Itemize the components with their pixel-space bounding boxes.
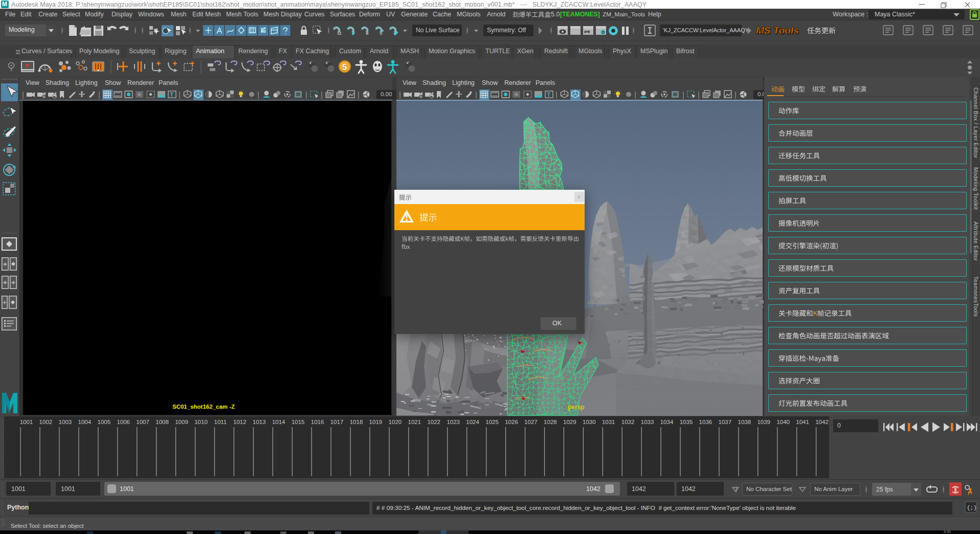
svg-text:{;}: {;} — [967, 505, 977, 511]
svg-text:1005: 1005 — [98, 419, 111, 425]
svg-text:1003: 1003 — [59, 419, 72, 425]
svg-text:T: T — [170, 92, 174, 98]
svg-text:1021: 1021 — [408, 419, 421, 425]
svg-text:IPR: IPR — [584, 30, 590, 34]
svg-text:1042: 1042 — [815, 419, 829, 425]
svg-text:1014: 1014 — [272, 419, 285, 425]
svg-text:1019: 1019 — [369, 419, 383, 425]
svg-text:1031: 1031 — [602, 419, 615, 425]
svg-text:1018: 1018 — [350, 419, 363, 425]
svg-text:1027: 1027 — [524, 419, 538, 425]
svg-text:1032: 1032 — [621, 419, 635, 425]
svg-text:1008: 1008 — [155, 419, 169, 425]
svg-text:1033: 1033 — [641, 419, 654, 425]
svg-text:1004: 1004 — [78, 419, 92, 425]
svg-text:1011: 1011 — [214, 419, 227, 425]
svg-text:1001: 1001 — [20, 419, 33, 425]
svg-text:1038: 1038 — [738, 419, 751, 425]
svg-text:1007: 1007 — [136, 419, 149, 425]
svg-text:1039: 1039 — [757, 419, 770, 425]
svg-text:1040: 1040 — [776, 419, 790, 425]
svg-text:1013: 1013 — [253, 419, 266, 425]
svg-text:1009: 1009 — [175, 419, 188, 425]
svg-text:1028: 1028 — [544, 419, 557, 425]
svg-text:1015: 1015 — [292, 419, 305, 425]
svg-text:1017: 1017 — [330, 419, 344, 425]
svg-text:1041: 1041 — [796, 419, 809, 425]
svg-text:5: 5 — [342, 63, 347, 72]
svg-text:1024: 1024 — [466, 419, 479, 425]
svg-text:1030: 1030 — [583, 419, 596, 425]
svg-text:1010: 1010 — [194, 419, 208, 425]
svg-text:1012: 1012 — [233, 419, 247, 425]
svg-text:1029: 1029 — [563, 419, 576, 425]
svg-text:1016: 1016 — [311, 419, 324, 425]
svg-text:1020: 1020 — [389, 419, 402, 425]
svg-text:1037: 1037 — [719, 419, 732, 425]
svg-text:1036: 1036 — [699, 419, 712, 425]
svg-text:T: T — [547, 92, 551, 98]
svg-text:1025: 1025 — [485, 419, 499, 425]
svg-text:1023: 1023 — [447, 419, 460, 425]
svg-text:1022: 1022 — [427, 419, 440, 425]
svg-text:1006: 1006 — [117, 419, 130, 425]
svg-text:1034: 1034 — [660, 419, 674, 425]
svg-text:1026: 1026 — [505, 419, 518, 425]
svg-text:1035: 1035 — [680, 419, 693, 425]
svg-text:persp: persp — [568, 404, 585, 411]
svg-text:1002: 1002 — [39, 419, 53, 425]
